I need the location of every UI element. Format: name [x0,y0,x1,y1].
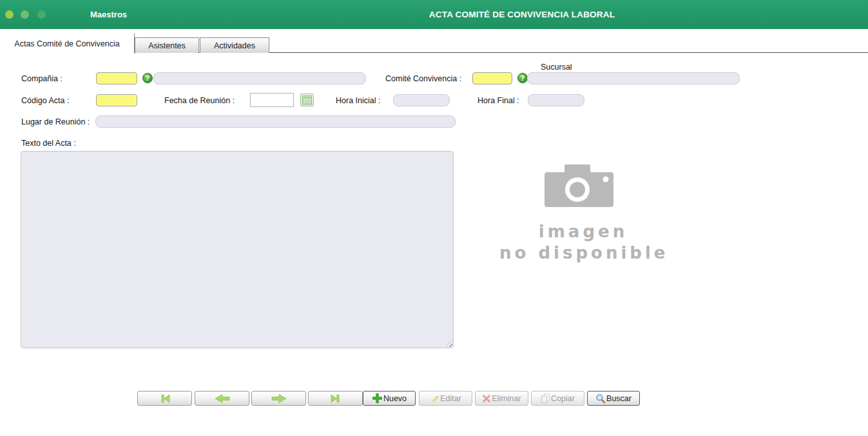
tab-label: Actas Comité de Convivencia [14,39,119,48]
camera-icon [541,164,625,215]
texto-acta-wrapper [21,151,454,348]
sucursal-label: Sucursal [541,63,572,72]
previous-record-button[interactable] [195,391,249,406]
tab-asistentes[interactable]: Asistentes [135,37,199,53]
tab-bar: Actas Comité de Convivencia Asistentes A… [0,29,868,53]
image-placeholder: imagen no disponible [499,164,667,263]
magnifier-icon [595,393,606,404]
compania-label: Compañia : [21,74,63,83]
lugar-reunion-label: Lugar de Reunión : [21,117,90,126]
first-record-button[interactable] [137,391,192,406]
fecha-reunion-input[interactable] [250,93,294,107]
pencil-icon [430,393,439,403]
menu-maestros[interactable]: Maestros [90,0,127,29]
next-record-button[interactable] [251,391,306,406]
button-label: Buscar [606,394,632,403]
placeholder-text-line1: imagen [499,221,667,243]
button-label: Eliminar [492,394,521,403]
buscar-button[interactable]: Buscar [587,391,640,406]
copiar-button: Copiar [531,391,584,406]
hora-final-label: Hora Final : [477,96,519,105]
hora-inicial-label: Hora Inicial : [336,96,380,105]
calendar-glyph [302,95,312,104]
first-record-icon [156,393,174,404]
comite-code-input[interactable] [472,72,512,84]
copy-icon [541,393,550,404]
next-record-icon [270,393,288,404]
nuevo-button[interactable]: Nuevo [363,391,416,406]
window-dot-2-icon[interactable] [21,10,29,19]
texto-acta-label: Texto del Acta : [21,139,76,148]
app-window: Maestros ACTA COMITÉ DE CONVIVENCIA LABO… [0,0,868,436]
hora-final-field [528,94,584,106]
tab-actas-comite[interactable]: Actas Comité de Convivencia [0,34,135,54]
window-dot-1-icon[interactable] [5,10,14,19]
compania-code-input[interactable] [96,72,137,84]
sucursal-field [527,72,740,84]
comite-convivencia-label: Comité Convivencia : [385,74,461,83]
last-record-icon [327,393,345,404]
button-label: Editar [440,394,461,403]
lugar-reunion-field [95,115,456,128]
tab-label: Actividades [214,41,255,50]
button-label: Copiar [551,394,575,403]
compania-name-field [153,72,366,84]
editar-button: Editar [419,391,472,406]
codigo-acta-input[interactable] [96,94,137,106]
button-label: Nuevo [383,394,407,403]
window-dot-3-icon[interactable] [37,10,46,19]
tab-actividades[interactable]: Actividades [200,37,269,53]
texto-acta-textarea[interactable] [21,151,454,348]
title-bar: Maestros ACTA COMITÉ DE CONVIVENCIA LABO… [0,0,868,29]
compania-help-icon[interactable]: ? [142,73,153,83]
page-title: ACTA COMITÉ DE CONVIVENCIA LABORAL [429,0,615,29]
codigo-acta-label: Código Acta : [21,96,69,105]
calendar-icon[interactable] [300,94,314,106]
hora-inicial-field [393,94,450,106]
tab-label: Asistentes [148,41,186,50]
placeholder-text-line2: no disponible [499,243,667,264]
previous-record-icon [213,393,231,404]
eliminar-button: Eliminar [475,391,528,406]
fecha-reunion-label: Fecha de Reunión : [164,96,235,105]
last-record-button[interactable] [308,391,363,406]
delete-x-icon [482,394,491,403]
comite-help-icon[interactable]: ? [517,73,528,83]
plus-icon [372,393,383,404]
